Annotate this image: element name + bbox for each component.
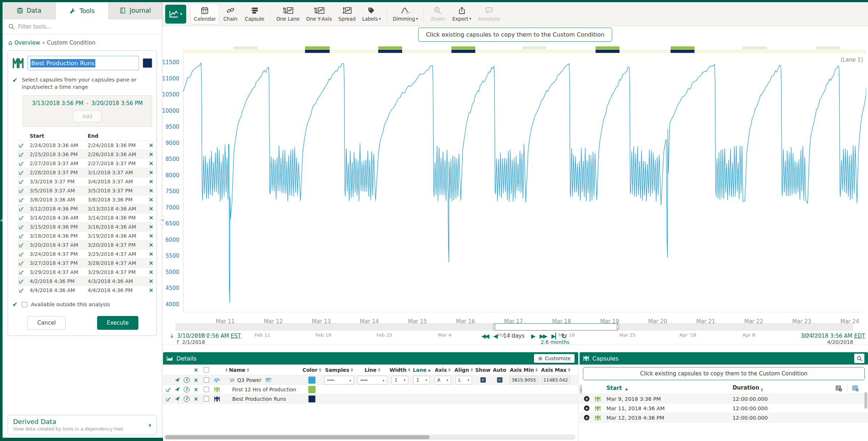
remove-icon[interactable]: × xyxy=(146,206,157,212)
width-dropdown[interactable]: 1▾ xyxy=(392,376,408,384)
column-color[interactable]: Color▲▼ xyxy=(301,365,322,375)
edit-icon[interactable] xyxy=(17,197,30,202)
timebar-start[interactable]: ↑2/1/2018 xyxy=(176,339,205,345)
item-name[interactable]: First 12 Hrs of Production xyxy=(232,387,296,392)
toolbar-export[interactable]: Export▾ xyxy=(449,4,474,25)
color-swatch[interactable] xyxy=(308,386,316,393)
capsules-vscrollbar[interactable] xyxy=(864,392,867,409)
column-start[interactable]: Start ▲ xyxy=(606,385,628,391)
column-align[interactable]: Align▲▼ xyxy=(453,365,475,375)
timebar-end[interactable]: 4/20/2018 xyxy=(827,339,853,345)
sort-icon[interactable]: ▲▼ xyxy=(225,368,228,371)
remove-icon[interactable]: × xyxy=(146,269,157,275)
derived-data-card[interactable]: Derived Data View data created by tools … xyxy=(8,415,157,435)
remove-icon[interactable]: × xyxy=(194,386,199,393)
edit-icon[interactable] xyxy=(17,288,30,293)
axis-min-input[interactable]: 3815.9055 xyxy=(509,376,538,384)
remove-icon[interactable]: × xyxy=(146,179,157,184)
info-icon[interactable]: i xyxy=(184,377,189,383)
sort-icon[interactable]: ▲▼ xyxy=(378,368,380,371)
remove-icon[interactable]: × xyxy=(146,251,157,257)
edit-icon[interactable] xyxy=(17,143,30,148)
edit-icon[interactable] xyxy=(17,188,30,193)
capsule-segment-unselected[interactable] xyxy=(742,46,767,49)
column-axis[interactable]: Axis▲▼ xyxy=(433,365,453,375)
send-to-organizer-icon[interactable] xyxy=(175,377,180,383)
add-stat-column-icon[interactable] xyxy=(852,385,859,391)
timebar-handle-right[interactable] xyxy=(617,325,619,329)
edit-icon[interactable] xyxy=(17,161,30,166)
edit-icon[interactable] xyxy=(17,270,30,275)
sort-icon[interactable]: ▲▼ xyxy=(568,368,571,371)
edit-icon[interactable] xyxy=(17,261,30,266)
column-name[interactable]: Name▲▼ xyxy=(229,365,301,375)
remove-icon[interactable]: × xyxy=(146,260,157,266)
capsule-segment-selected[interactable] xyxy=(451,46,475,49)
remove-icon[interactable]: × xyxy=(194,396,199,402)
remove-icon[interactable]: × xyxy=(146,278,157,284)
q3-power-signal-line[interactable] xyxy=(183,63,866,303)
execute-button[interactable]: Execute xyxy=(97,316,138,330)
column-lane[interactable]: Lane▲ xyxy=(411,365,433,375)
capsule-segment-unselected[interactable] xyxy=(233,46,257,49)
axis-max-input[interactable]: 11483.042 xyxy=(541,376,570,384)
toolbar-one-lane[interactable]: One Lane xyxy=(273,4,303,25)
color-swatch[interactable] xyxy=(308,395,316,403)
send-to-organizer-icon[interactable] xyxy=(175,396,180,402)
column-samples[interactable]: Samples▲▼ xyxy=(322,365,356,375)
capsule-segment-navy[interactable] xyxy=(671,50,694,53)
toolbar-calendar[interactable]: Calendar xyxy=(191,4,219,25)
sort-icon[interactable]: ▲▼ xyxy=(319,368,321,371)
home-icon[interactable]: ⌂ xyxy=(8,39,12,46)
capsule-segment-navy[interactable] xyxy=(596,50,619,53)
capsule-segment-selected[interactable] xyxy=(305,46,330,49)
auto-scale-checkbox[interactable] xyxy=(497,377,502,383)
capsule-segment-unselected[interactable] xyxy=(522,46,546,49)
capsule-segment-selected[interactable] xyxy=(596,46,619,49)
toolbar-capsule[interactable]: Capsule xyxy=(242,4,268,25)
toolbar-chain[interactable]: Chain xyxy=(219,4,242,25)
item-name[interactable]: Q3 Power xyxy=(237,377,262,383)
capsule-row[interactable]: +Mar 9, 2018 3:36 PM12:00:00.000 xyxy=(580,394,868,404)
capsule-segment-unselected[interactable] xyxy=(816,46,840,49)
cancel-button[interactable]: Cancel xyxy=(28,316,66,330)
capsule-row[interactable]: +Mar 11, 2018 4:36 AM12:00:00.000 xyxy=(580,404,868,413)
sort-icon[interactable]: ▲▼ xyxy=(408,368,410,371)
details-row[interactable]: i×Best Production Runs xyxy=(163,394,578,404)
edit-icon[interactable] xyxy=(17,242,30,247)
toolbar-labels[interactable]: Labels▾ xyxy=(359,4,384,25)
align-dropdown[interactable]: L▾ xyxy=(455,376,472,384)
sort-icon[interactable]: ▲▼ xyxy=(247,368,249,371)
remove-icon[interactable]: × xyxy=(146,142,157,148)
edit-icon[interactable] xyxy=(17,224,30,229)
collapse-sidebar-icon[interactable]: « xyxy=(160,216,165,224)
remove-icon[interactable]: × xyxy=(146,151,157,157)
row-checkbox[interactable] xyxy=(204,396,209,402)
add-capsule-icon[interactable]: + xyxy=(584,415,589,420)
remove-icon[interactable]: × xyxy=(146,170,157,175)
trend-view-button[interactable]: ▾ xyxy=(165,5,186,24)
column-show[interactable]: Show xyxy=(475,365,491,375)
edit-icon[interactable] xyxy=(17,179,30,184)
remove-icon[interactable]: × xyxy=(146,233,157,239)
magnifier-icon[interactable] xyxy=(854,354,864,363)
details-hscrollbar[interactable] xyxy=(165,435,430,439)
show-checkbox[interactable] xyxy=(480,377,486,383)
column-axis_max[interactable]: Axis Max▲▼ xyxy=(540,365,572,375)
remove-icon[interactable]: × xyxy=(146,242,157,248)
details-row[interactable]: i×First 12 Hrs of Production xyxy=(163,385,578,394)
capsule-segment-navy[interactable] xyxy=(451,50,475,53)
tab-tools[interactable]: Tools xyxy=(56,2,109,19)
edit-icon[interactable] xyxy=(17,215,30,220)
edit-icon[interactable] xyxy=(17,279,30,284)
info-icon[interactable]: i xyxy=(184,387,189,392)
remove-icon[interactable]: × xyxy=(146,161,157,166)
range-start[interactable]: 3/13/2018 3:56 PM xyxy=(32,100,83,107)
add-capsule-icon[interactable]: + xyxy=(584,396,589,402)
breadcrumb-overview-link[interactable]: Overview xyxy=(14,39,40,46)
row-checkbox[interactable] xyxy=(204,377,209,383)
timebar-track[interactable] xyxy=(176,323,853,330)
remove-icon[interactable]: × xyxy=(146,215,157,221)
details-row[interactable]: i×WQ3 Power▴▴1▾1▾A▾L▾3815.905511483.042 xyxy=(163,375,578,385)
remove-icon[interactable]: × xyxy=(146,287,157,293)
